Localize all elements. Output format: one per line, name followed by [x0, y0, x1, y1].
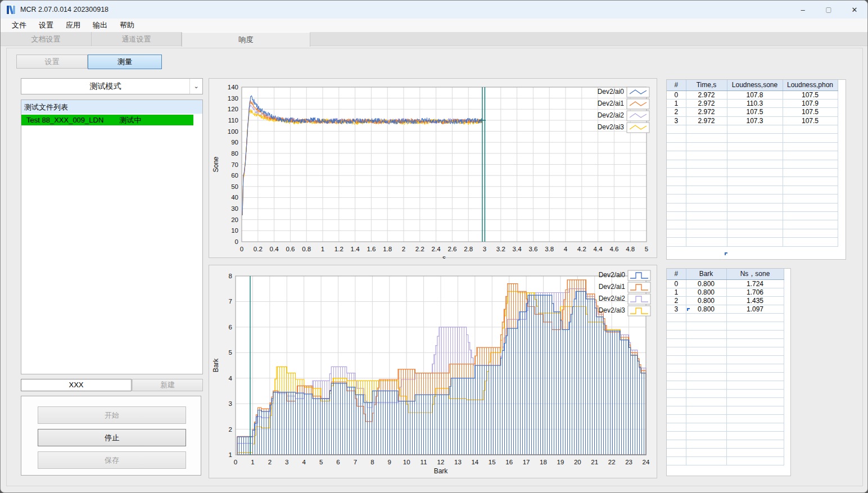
bark-table-row[interactable] [667, 347, 784, 355]
tab-0[interactable]: 文档设置 [1, 32, 92, 46]
loudness-table-row[interactable] [667, 169, 838, 177]
svg-text:8: 8 [370, 459, 374, 465]
bark-table-cell [726, 372, 784, 381]
bark-table-row[interactable] [667, 414, 784, 423]
tab-1[interactable]: 通道设置 [92, 32, 182, 46]
bark-table-row[interactable] [667, 440, 784, 448]
bark-table-cell [726, 397, 784, 406]
loudness-table-cell [667, 229, 686, 237]
loudness-table-cell [727, 134, 783, 142]
file-name-input[interactable]: XXX [21, 379, 132, 391]
bark-table-row[interactable]: 00.8001.724 [667, 279, 784, 288]
app-icon [6, 5, 16, 15]
svg-text:0.6: 0.6 [286, 246, 295, 252]
loudness-table-row[interactable] [667, 186, 838, 194]
loudness-table-cell [667, 125, 686, 134]
loudness-table-panel: #Time,sLoudness,soneLoudness,phon02.9721… [666, 79, 846, 260]
loudness-table-cell [727, 203, 783, 211]
bark-table-cell [686, 381, 726, 389]
svg-text:90: 90 [231, 139, 238, 146]
chevron-down-icon[interactable]: ⌄ [189, 79, 202, 94]
bark-table-row[interactable] [667, 330, 784, 338]
bark-table-row[interactable] [667, 355, 784, 364]
loudness-table-row[interactable] [667, 220, 838, 229]
bark-table-row[interactable] [667, 456, 784, 465]
loudness-table-row[interactable] [667, 160, 838, 168]
tab-2[interactable]: 响度 [182, 32, 310, 47]
test-file-item[interactable]: Test 88_XXX_009_LDN测试中 [21, 115, 193, 125]
svg-text:0: 0 [234, 459, 237, 465]
bark-table-row[interactable] [667, 338, 784, 347]
loudness-time-chart-panel: 010203040506070809010011012013014000.20.… [209, 78, 657, 258]
loudness-table-row[interactable] [667, 177, 838, 186]
bark-table-row[interactable] [667, 389, 784, 397]
loudness-table-row[interactable]: 22.972107.5107.5 [667, 108, 838, 116]
svg-text:4.2: 4.2 [577, 246, 586, 252]
bark-table-cell [726, 347, 784, 355]
bark-table-cell [686, 423, 726, 431]
menu-item-2[interactable]: 应用 [60, 19, 87, 32]
bark-table-cell [726, 431, 784, 440]
svg-text:10: 10 [231, 227, 238, 234]
menu-item-1[interactable]: 设置 [33, 19, 60, 32]
bark-table-row[interactable] [667, 322, 784, 330]
svg-text:7: 7 [229, 298, 232, 305]
close-button[interactable]: ✕ [842, 1, 867, 19]
bark-table-row[interactable] [667, 431, 784, 440]
test-file-list[interactable]: 测试文件列表 Test 88_XXX_009_LDN测试中 [21, 99, 203, 374]
bark-table-row[interactable] [667, 397, 784, 406]
loudness-table-row[interactable] [667, 238, 838, 246]
loudness-table-cell [667, 169, 686, 177]
maximize-button[interactable]: ▢ [816, 1, 842, 19]
bark-table-row[interactable] [667, 423, 784, 431]
svg-text:5: 5 [645, 246, 648, 252]
new-button[interactable]: 新建 [132, 379, 203, 391]
loudness-table-row[interactable] [667, 203, 838, 211]
svg-text:3: 3 [483, 246, 486, 252]
loudness-table-cell [783, 125, 838, 134]
menu-item-3[interactable]: 输出 [87, 19, 114, 32]
bark-table-panel: #BarkNs，sone00.8001.72410.8001.70620.800… [666, 268, 791, 476]
bark-table-cell [686, 414, 726, 423]
start-button[interactable]: 开始 [38, 406, 186, 424]
bark-table-row[interactable]: 30.8001.097 [667, 305, 784, 313]
loudness-table-row[interactable]: 12.972110.3107.9 [667, 99, 838, 107]
loudness-table-cell [686, 211, 727, 220]
stop-button[interactable]: 停止 [38, 429, 186, 446]
bark-table-cell [726, 389, 784, 397]
bark-table-row[interactable] [667, 313, 784, 322]
tab-settings[interactable]: 设置 [16, 55, 88, 69]
loudness-table-row[interactable] [667, 142, 838, 151]
svg-text:s: s [442, 254, 446, 259]
menu-item-4[interactable]: 帮助 [114, 19, 141, 32]
svg-text:3.2: 3.2 [496, 246, 505, 252]
test-mode-select[interactable]: 测试模式 ⌄ [21, 78, 203, 94]
svg-text:Dev2/ai1: Dev2/ai1 [599, 283, 626, 291]
loudness-table-row[interactable] [667, 211, 838, 220]
bark-table-row[interactable] [667, 364, 784, 372]
svg-text:21: 21 [591, 459, 598, 465]
loudness-table-row[interactable] [667, 151, 838, 160]
loudness-table-row[interactable]: 02.972107.8107.5 [667, 91, 838, 99]
bark-table-row[interactable]: 10.8001.706 [667, 288, 784, 296]
loudness-table-row[interactable] [667, 229, 838, 237]
bark-table-row[interactable]: 20.8001.435 [667, 296, 784, 305]
loudness-table-row[interactable] [667, 134, 838, 142]
loudness-table-row[interactable] [667, 125, 838, 134]
loudness-table-row[interactable]: 32.972107.3107.5 [667, 116, 838, 125]
bark-table-row[interactable] [667, 448, 784, 456]
svg-text:2: 2 [229, 426, 232, 433]
svg-text:2: 2 [402, 246, 405, 252]
bark-table-row[interactable] [667, 372, 784, 381]
tab-measure[interactable]: 测量 [88, 55, 162, 69]
specific-loudness-chart: 1234567801234567891011121314151617181920… [209, 265, 658, 479]
save-button[interactable]: 保存 [38, 451, 186, 469]
bark-table-row[interactable] [667, 406, 784, 414]
loudness-table-row[interactable] [667, 195, 838, 203]
svg-text:2.6: 2.6 [447, 246, 456, 252]
menu-item-0[interactable]: 文件 [6, 19, 33, 32]
svg-text:Dev2/ai3: Dev2/ai3 [599, 306, 626, 314]
bark-table-row[interactable] [667, 381, 784, 389]
bark-table-cell [686, 330, 726, 338]
minimize-button[interactable]: – [790, 1, 816, 19]
